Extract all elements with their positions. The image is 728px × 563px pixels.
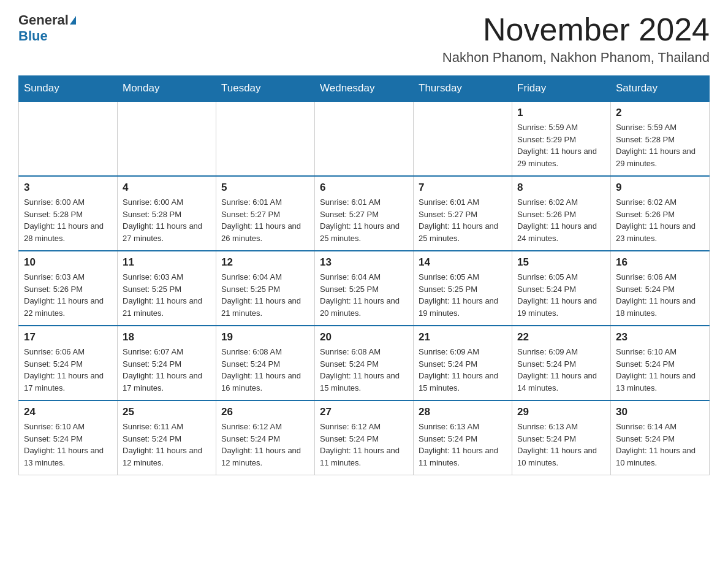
day-info: Sunrise: 6:00 AMSunset: 5:28 PMDaylight:… bbox=[24, 197, 104, 243]
day-number: 9 bbox=[616, 182, 704, 194]
day-info: Sunrise: 6:06 AMSunset: 5:24 PMDaylight:… bbox=[616, 272, 696, 318]
calendar-cell: 26Sunrise: 6:12 AMSunset: 5:24 PMDayligh… bbox=[216, 400, 315, 475]
day-info: Sunrise: 6:11 AMSunset: 5:24 PMDaylight:… bbox=[123, 422, 202, 467]
week-row-5: 24Sunrise: 6:10 AMSunset: 5:24 PMDayligh… bbox=[19, 400, 710, 475]
day-number: 1 bbox=[517, 107, 605, 119]
day-info: Sunrise: 6:14 AMSunset: 5:24 PMDaylight:… bbox=[616, 422, 696, 467]
day-info: Sunrise: 6:02 AMSunset: 5:26 PMDaylight:… bbox=[616, 197, 696, 243]
calendar-cell: 3Sunrise: 6:00 AMSunset: 5:28 PMDaylight… bbox=[19, 176, 118, 251]
day-number: 6 bbox=[320, 182, 408, 194]
calendar-cell: 21Sunrise: 6:09 AMSunset: 5:24 PMDayligh… bbox=[414, 326, 512, 400]
day-info: Sunrise: 6:01 AMSunset: 5:27 PMDaylight:… bbox=[320, 197, 400, 243]
day-number: 18 bbox=[123, 331, 211, 343]
day-number: 3 bbox=[24, 182, 112, 194]
day-number: 25 bbox=[123, 406, 211, 418]
day-number: 26 bbox=[221, 406, 309, 418]
day-info: Sunrise: 6:04 AMSunset: 5:25 PMDaylight:… bbox=[221, 272, 301, 318]
day-number: 10 bbox=[24, 256, 112, 269]
day-number: 17 bbox=[24, 331, 112, 343]
weekday-header-saturday: Saturday bbox=[611, 76, 710, 102]
day-number: 22 bbox=[517, 331, 605, 343]
day-info: Sunrise: 6:04 AMSunset: 5:25 PMDaylight:… bbox=[320, 272, 400, 318]
calendar-cell: 25Sunrise: 6:11 AMSunset: 5:24 PMDayligh… bbox=[118, 400, 216, 475]
day-info: Sunrise: 6:05 AMSunset: 5:24 PMDaylight:… bbox=[517, 272, 597, 318]
calendar-cell: 1Sunrise: 5:59 AMSunset: 5:29 PMDaylight… bbox=[512, 101, 611, 176]
calendar-cell: 8Sunrise: 6:02 AMSunset: 5:26 PMDaylight… bbox=[512, 176, 611, 251]
day-number: 27 bbox=[320, 406, 408, 418]
day-number: 5 bbox=[221, 182, 309, 194]
day-number: 23 bbox=[616, 331, 704, 343]
day-info: Sunrise: 5:59 AMSunset: 5:28 PMDaylight:… bbox=[616, 123, 696, 168]
weekday-header-tuesday: Tuesday bbox=[216, 76, 315, 102]
calendar-cell bbox=[19, 101, 118, 176]
calendar-cell bbox=[414, 101, 512, 176]
week-row-1: 1Sunrise: 5:59 AMSunset: 5:29 PMDaylight… bbox=[19, 101, 710, 176]
day-number: 24 bbox=[24, 406, 112, 418]
day-info: Sunrise: 6:03 AMSunset: 5:26 PMDaylight:… bbox=[24, 272, 104, 318]
day-number: 2 bbox=[616, 107, 704, 119]
location-title: Nakhon Phanom, Nakhon Phanom, Thailand bbox=[442, 50, 710, 66]
calendar-cell: 2Sunrise: 5:59 AMSunset: 5:28 PMDaylight… bbox=[611, 101, 710, 176]
calendar-cell: 17Sunrise: 6:06 AMSunset: 5:24 PMDayligh… bbox=[19, 326, 118, 400]
day-info: Sunrise: 5:59 AMSunset: 5:29 PMDaylight:… bbox=[517, 123, 597, 168]
day-number: 11 bbox=[123, 256, 211, 269]
calendar-cell: 30Sunrise: 6:14 AMSunset: 5:24 PMDayligh… bbox=[611, 400, 710, 475]
day-number: 30 bbox=[616, 406, 704, 418]
calendar-cell: 14Sunrise: 6:05 AMSunset: 5:25 PMDayligh… bbox=[414, 251, 512, 326]
day-number: 29 bbox=[517, 406, 605, 418]
week-row-3: 10Sunrise: 6:03 AMSunset: 5:26 PMDayligh… bbox=[19, 251, 710, 326]
day-info: Sunrise: 6:01 AMSunset: 5:27 PMDaylight:… bbox=[221, 197, 301, 243]
calendar-cell: 29Sunrise: 6:13 AMSunset: 5:24 PMDayligh… bbox=[512, 400, 611, 475]
day-number: 28 bbox=[419, 406, 507, 418]
day-info: Sunrise: 6:03 AMSunset: 5:25 PMDaylight:… bbox=[123, 272, 202, 318]
calendar-cell: 24Sunrise: 6:10 AMSunset: 5:24 PMDayligh… bbox=[19, 400, 118, 475]
calendar-cell: 13Sunrise: 6:04 AMSunset: 5:25 PMDayligh… bbox=[315, 251, 414, 326]
day-number: 7 bbox=[419, 182, 507, 194]
week-row-4: 17Sunrise: 6:06 AMSunset: 5:24 PMDayligh… bbox=[19, 326, 710, 400]
calendar-cell: 27Sunrise: 6:12 AMSunset: 5:24 PMDayligh… bbox=[315, 400, 414, 475]
day-number: 15 bbox=[517, 256, 605, 269]
calendar-cell: 7Sunrise: 6:01 AMSunset: 5:27 PMDaylight… bbox=[414, 176, 512, 251]
day-number: 19 bbox=[221, 331, 309, 343]
day-number: 14 bbox=[419, 256, 507, 269]
day-info: Sunrise: 6:13 AMSunset: 5:24 PMDaylight:… bbox=[419, 422, 498, 467]
day-number: 12 bbox=[221, 256, 309, 269]
calendar-cell: 6Sunrise: 6:01 AMSunset: 5:27 PMDaylight… bbox=[315, 176, 414, 251]
calendar-cell: 19Sunrise: 6:08 AMSunset: 5:24 PMDayligh… bbox=[216, 326, 315, 400]
day-info: Sunrise: 6:08 AMSunset: 5:24 PMDaylight:… bbox=[320, 347, 400, 393]
day-number: 4 bbox=[123, 182, 211, 194]
calendar-cell: 28Sunrise: 6:13 AMSunset: 5:24 PMDayligh… bbox=[414, 400, 512, 475]
day-number: 21 bbox=[419, 331, 507, 343]
calendar-header: SundayMondayTuesdayWednesdayThursdayFrid… bbox=[19, 76, 710, 102]
calendar-cell: 16Sunrise: 6:06 AMSunset: 5:24 PMDayligh… bbox=[611, 251, 710, 326]
calendar-cell: 5Sunrise: 6:01 AMSunset: 5:27 PMDaylight… bbox=[216, 176, 315, 251]
month-title: November 2024 bbox=[442, 12, 710, 47]
logo-general-text: General bbox=[18, 12, 69, 28]
day-number: 13 bbox=[320, 256, 408, 269]
day-info: Sunrise: 6:06 AMSunset: 5:24 PMDaylight:… bbox=[24, 347, 104, 393]
page-header: General Blue November 2024 Nakhon Phanom… bbox=[18, 12, 710, 66]
calendar-cell: 22Sunrise: 6:09 AMSunset: 5:24 PMDayligh… bbox=[512, 326, 611, 400]
calendar-cell: 11Sunrise: 6:03 AMSunset: 5:25 PMDayligh… bbox=[118, 251, 216, 326]
day-info: Sunrise: 6:01 AMSunset: 5:27 PMDaylight:… bbox=[419, 197, 498, 243]
day-info: Sunrise: 6:09 AMSunset: 5:24 PMDaylight:… bbox=[517, 347, 597, 393]
calendar-cell bbox=[216, 101, 315, 176]
day-number: 20 bbox=[320, 331, 408, 343]
day-info: Sunrise: 6:05 AMSunset: 5:25 PMDaylight:… bbox=[419, 272, 498, 318]
day-info: Sunrise: 6:09 AMSunset: 5:24 PMDaylight:… bbox=[419, 347, 498, 393]
day-info: Sunrise: 6:12 AMSunset: 5:24 PMDaylight:… bbox=[320, 422, 400, 467]
day-info: Sunrise: 6:02 AMSunset: 5:26 PMDaylight:… bbox=[517, 197, 597, 243]
calendar-cell: 12Sunrise: 6:04 AMSunset: 5:25 PMDayligh… bbox=[216, 251, 315, 326]
calendar-cell: 15Sunrise: 6:05 AMSunset: 5:24 PMDayligh… bbox=[512, 251, 611, 326]
day-info: Sunrise: 6:07 AMSunset: 5:24 PMDaylight:… bbox=[123, 347, 202, 393]
day-info: Sunrise: 6:00 AMSunset: 5:28 PMDaylight:… bbox=[123, 197, 202, 243]
day-number: 8 bbox=[517, 182, 605, 194]
logo-blue-text: Blue bbox=[18, 28, 48, 44]
week-row-2: 3Sunrise: 6:00 AMSunset: 5:28 PMDaylight… bbox=[19, 176, 710, 251]
calendar-cell: 4Sunrise: 6:00 AMSunset: 5:28 PMDaylight… bbox=[118, 176, 216, 251]
day-number: 16 bbox=[616, 256, 704, 269]
calendar-cell bbox=[315, 101, 414, 176]
calendar-cell: 10Sunrise: 6:03 AMSunset: 5:26 PMDayligh… bbox=[19, 251, 118, 326]
weekday-header-friday: Friday bbox=[512, 76, 611, 102]
logo-triangle-icon bbox=[70, 16, 76, 25]
